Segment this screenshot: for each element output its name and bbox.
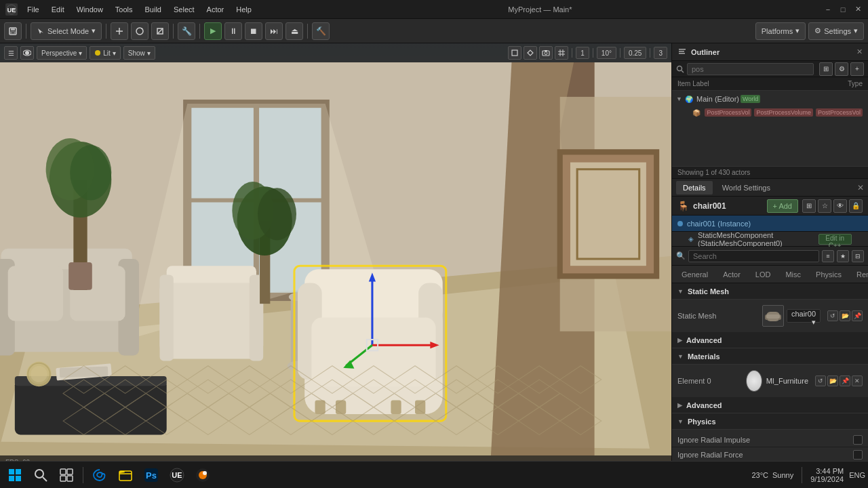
pause-button[interactable]: ⏸	[224, 22, 242, 40]
grid-icon[interactable]	[555, 46, 568, 60]
mat-clear-button[interactable]: ✕	[852, 375, 863, 386]
menu-file[interactable]: File	[22, 4, 45, 15]
physics-section-header[interactable]: ▼ Physics	[672, 413, 868, 430]
viewport[interactable]: ☰ Perspective ▾ Lit ▾ Show ▾	[0, 43, 671, 469]
menu-select[interactable]: Select	[168, 4, 200, 15]
dtab-general[interactable]: General	[675, 267, 715, 282]
outliner-add[interactable]: +	[850, 62, 864, 76]
task-view-button[interactable]	[54, 463, 79, 487]
dtab-actor[interactable]: Actor	[716, 267, 747, 282]
advanced-section-header[interactable]: ▶ Advanced	[672, 332, 868, 348]
blender-icon[interactable]	[191, 463, 215, 487]
language-indicator[interactable]: ENG	[849, 471, 865, 479]
det-star-filter[interactable]: ★	[837, 250, 849, 262]
tree-item-process[interactable]: 📦 PostProcessVol PostProcessVolume PostP…	[672, 106, 868, 119]
build-button[interactable]: 🔨	[312, 22, 330, 40]
play-button[interactable]: ▶	[204, 22, 222, 40]
skip-button[interactable]: ⏭	[265, 22, 283, 40]
det-list-view[interactable]: ≡	[822, 250, 834, 262]
viewport-eye-icon[interactable]	[20, 46, 34, 60]
menu-edit[interactable]: Edit	[46, 4, 70, 15]
mesh-pin-button[interactable]: 📌	[852, 310, 863, 321]
lit-button[interactable]: Lit ▾	[90, 46, 121, 60]
camera-speed-value[interactable]: 0.25	[624, 47, 646, 59]
show-button[interactable]: Show ▾	[123, 46, 155, 60]
details-close-button[interactable]: ✕	[857, 183, 864, 192]
weather-condition: Sunny	[772, 471, 793, 479]
dtab-physics[interactable]: Physics	[809, 267, 848, 282]
static-mesh-label: Static Mesh	[677, 312, 758, 320]
select-mode-button[interactable]: Select Mode ▾	[31, 22, 102, 40]
edge-icon[interactable]	[87, 463, 112, 487]
svg-rect-46	[68, 262, 92, 290]
det-collapse-all[interactable]: ⊟	[852, 250, 864, 262]
menu-tools[interactable]: Tools	[110, 4, 138, 15]
det-eye-icon[interactable]: 👁	[833, 199, 847, 213]
tree-item-world[interactable]: ▼ 🌍 Main (Editor) World	[672, 92, 868, 106]
mesh-prop-actions: ↺ 📂 📌	[827, 310, 863, 321]
stop-button[interactable]: ⏹	[245, 22, 262, 40]
mat-browse-button[interactable]: 📂	[827, 375, 838, 386]
save-button[interactable]	[4, 22, 22, 40]
outliner-settings[interactable]: ⚙	[835, 62, 848, 76]
clock[interactable]: 3:44 PM 9/19/2024	[810, 467, 844, 483]
restore-button[interactable]: □	[838, 5, 848, 14]
outliner-search-input[interactable]	[687, 63, 814, 75]
snap-icon[interactable]	[524, 46, 537, 60]
advanced2-section-header[interactable]: ▶ Advanced	[672, 397, 868, 413]
snap-tool[interactable]: 🔧	[178, 22, 195, 40]
ignore-radial-force-checkbox[interactable]	[853, 450, 863, 460]
outliner-view-grid[interactable]: ⊞	[819, 62, 833, 76]
ps-icon[interactable]: Ps	[139, 463, 163, 487]
taskbar: Ps UE 23°C Sunny 3:44 PM 9/19/2024 ENG	[0, 461, 868, 488]
menu-build[interactable]: Build	[140, 4, 167, 15]
add-component-button[interactable]: + Add	[767, 199, 798, 213]
dtab-rendering[interactable]: Rendering	[850, 267, 868, 282]
details-search-input[interactable]	[688, 250, 819, 262]
start-button[interactable]	[3, 463, 27, 487]
rotation-angle-value[interactable]: 10°	[597, 47, 616, 59]
dtab-misc[interactable]: Misc	[778, 267, 808, 282]
dtab-lod[interactable]: LOD	[749, 267, 778, 282]
tab-details[interactable]: Details	[676, 181, 713, 195]
grid-size-value[interactable]: 1	[576, 47, 589, 59]
static-mesh-section-header[interactable]: ▼ Static Mesh	[672, 283, 868, 300]
minimize-button[interactable]: −	[823, 5, 833, 14]
outliner-close-button[interactable]: ✕	[856, 47, 863, 56]
platforms-button[interactable]: Platforms ▾	[755, 22, 806, 40]
explorer-icon[interactable]	[113, 463, 138, 487]
search-taskbar-button[interactable]	[28, 463, 53, 487]
menu-help[interactable]: Help	[231, 4, 257, 15]
menu-window[interactable]: Window	[71, 4, 108, 15]
date-display: 9/19/2024	[810, 475, 844, 483]
scale-tool[interactable]	[151, 22, 169, 40]
camera-icon[interactable]	[539, 46, 553, 60]
quality-value[interactable]: 3	[654, 47, 667, 59]
det-lock-icon[interactable]: 🔒	[849, 199, 863, 213]
outliner-panel: Outliner ✕ ⊞ ⚙ + Item Label Type ▼ �	[672, 43, 868, 179]
menu-actor[interactable]: Actor	[201, 4, 230, 15]
det-grid-icon[interactable]: ⊞	[802, 199, 816, 213]
component-row[interactable]: ◈ StaticMeshComponent (StaticMeshCompone…	[672, 232, 868, 247]
mesh-reset-button[interactable]: ↺	[827, 310, 838, 321]
svg-point-50	[258, 188, 296, 240]
eject-button[interactable]: ⏏	[285, 22, 303, 40]
transform-tool[interactable]	[111, 22, 128, 40]
tab-world-settings[interactable]: World Settings	[715, 181, 777, 195]
viewport-menu-icon[interactable]: ☰	[4, 46, 18, 60]
edit-cpp-button[interactable]: Edit in C++	[818, 234, 852, 245]
materials-section-header[interactable]: ▼ Materials	[672, 348, 868, 365]
mesh-select-dropdown[interactable]: chair00 ▾	[787, 309, 821, 323]
transform-icon[interactable]	[508, 46, 521, 60]
close-button[interactable]: ✕	[853, 5, 863, 14]
rotate-tool[interactable]	[131, 22, 149, 40]
instance-row[interactable]: chair001 (Instance)	[672, 216, 868, 232]
mat-reset-button[interactable]: ↺	[815, 375, 826, 386]
ignore-radial-impulse-checkbox[interactable]	[853, 435, 863, 445]
mat-pin-button[interactable]: 📌	[840, 375, 850, 386]
settings-button[interactable]: ⚙ Settings ▾	[808, 22, 864, 40]
ue-taskbar-icon[interactable]: UE	[165, 463, 189, 487]
perspective-button[interactable]: Perspective ▾	[37, 46, 87, 60]
det-star-icon[interactable]: ☆	[818, 199, 831, 213]
mesh-browse-button[interactable]: 📂	[840, 310, 850, 321]
